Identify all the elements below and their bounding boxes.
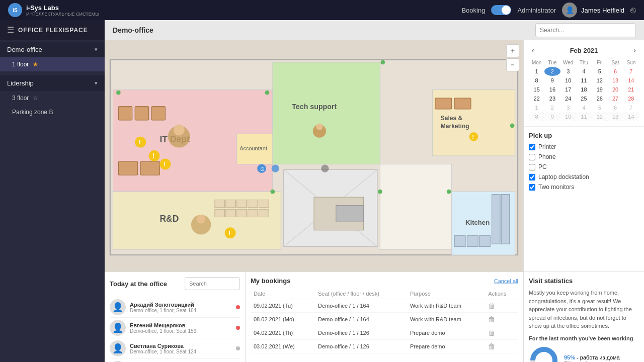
calendar-day[interactable]: 3 (560, 103, 576, 112)
bookings-column-header: Purpose (407, 289, 485, 299)
svg-rect-51 (479, 236, 490, 247)
calendar-day[interactable]: 1 (529, 103, 544, 112)
calendar-day[interactable]: 7 (623, 67, 639, 76)
sidebar-item-3floor[interactable]: 3 floor ☆ (0, 91, 105, 105)
calendar-day[interactable]: 25 (576, 94, 592, 103)
calendar-day[interactable]: 14 (623, 112, 639, 121)
calendar-day[interactable]: 9 (544, 76, 560, 85)
cancel-all-button[interactable]: Cancel all (494, 278, 518, 284)
pickup-checkbox-0[interactable] (529, 144, 535, 150)
calendar-day[interactable]: 24 (560, 94, 576, 103)
person-row[interactable]: 👤Василий ПоляковDemo-office, 1 floor, Se… (110, 359, 240, 362)
svg-rect-32 (237, 200, 247, 208)
calendar-day[interactable]: 4 (576, 67, 592, 76)
calendar-day[interactable]: 14 (623, 76, 639, 85)
calendar-day[interactable]: 23 (544, 94, 560, 103)
calendar-day[interactable]: 19 (592, 85, 607, 94)
calendar-day[interactable]: 22 (529, 94, 544, 103)
zoom-out-button[interactable]: － (506, 58, 519, 71)
person-info: Светлана СуриковаDemo-office, 1 floor, S… (130, 343, 232, 354)
calendar-day[interactable]: 21 (623, 85, 639, 94)
sidebar-header[interactable]: ☰ OFFICE FLEXISPACE (0, 20, 105, 40)
calendar-day[interactable]: 18 (576, 85, 592, 94)
sidebar-title: OFFICE FLEXISPACE (18, 27, 88, 34)
pickup-label: Phone (538, 153, 556, 160)
table-cell: Demo-office / 1 / 126 (315, 326, 407, 340)
stats-bottom: 95% - работа из дома 5% - в офисе (529, 345, 639, 363)
calendar-day[interactable]: 10 (560, 112, 576, 121)
calendar-day[interactable]: 6 (607, 67, 623, 76)
calendar-day[interactable]: 11 (576, 76, 592, 85)
delete-booking-button[interactable]: 🗑 (488, 342, 495, 350)
calendar-day[interactable]: 13 (607, 112, 623, 121)
calendar-day[interactable]: 15 (529, 85, 544, 94)
calendar-day[interactable]: 6 (607, 103, 623, 112)
sidebar-item-1floor[interactable]: 1 floor ★ (0, 57, 105, 71)
calendar-day[interactable]: 13 (607, 76, 623, 85)
sidebar-item-parking[interactable]: Parking zone B (0, 105, 105, 119)
actions-cell: 🗑 (485, 313, 518, 326)
calendar-day[interactable]: 5 (592, 67, 607, 76)
pickup-checkbox-3[interactable] (529, 174, 535, 180)
today-title: Today at the office (110, 280, 167, 288)
svg-rect-63 (435, 98, 452, 109)
person-row[interactable]: 👤Евгений МещеряковDemo-office, 1 floor, … (110, 318, 240, 338)
actions-cell: 🗑 (485, 340, 518, 353)
calendar-day[interactable]: 28 (623, 94, 639, 103)
content-topbar: Demo-office (105, 20, 644, 40)
delete-booking-button[interactable]: 🗑 (488, 329, 495, 337)
calendar-day[interactable]: 3 (560, 67, 576, 76)
calendar-day[interactable]: 17 (560, 85, 576, 94)
pickup-checkbox-2[interactable] (529, 164, 535, 170)
stats-labels: 95% - работа из дома 5% - в офисе (564, 354, 620, 363)
floor-plan[interactable]: ＋ － IT Dept Tech support Accountant (105, 40, 523, 272)
pickup-checkbox-4[interactable] (529, 184, 535, 191)
calendar-day[interactable]: 27 (607, 94, 623, 103)
svg-text:Accountant: Accountant (239, 145, 267, 151)
person-row[interactable]: 👤Светлана СуриковаDemo-office, 1 floor, … (110, 338, 240, 359)
pickup-label: Two monitors (538, 184, 574, 191)
zoom-in-button[interactable]: ＋ (506, 44, 519, 57)
delete-booking-button[interactable]: 🗑 (488, 302, 495, 310)
calendar-next-button[interactable]: › (630, 45, 639, 55)
calendar-day[interactable]: 4 (576, 103, 592, 112)
actions-cell: 🗑 (485, 326, 518, 340)
calendar-prev-button[interactable]: ‹ (529, 45, 537, 55)
calendar-day[interactable]: 9 (544, 112, 560, 121)
calendar-day[interactable]: 10 (560, 76, 576, 85)
calendar-day[interactable]: 7 (623, 103, 639, 112)
svg-text:Marketing: Marketing (441, 123, 469, 130)
booking-label: Booking (461, 7, 485, 14)
calendar-day[interactable]: 20 (607, 85, 623, 94)
person-row[interactable]: 👤Аркадий ЗолотовицкийDemo-office, 1 floo… (110, 297, 240, 318)
logout-icon[interactable]: ⎋ (630, 5, 636, 16)
calendar-day[interactable]: 5 (592, 103, 607, 112)
calendar-day[interactable]: 8 (529, 76, 544, 85)
table-cell: 08.02.2021 (Mo) (251, 313, 315, 326)
calendar-day[interactable]: 11 (576, 112, 592, 121)
table-cell: Prepare demo (407, 326, 485, 340)
calendar-day[interactable]: 16 (544, 85, 560, 94)
calendar-day[interactable]: 2 (544, 67, 560, 76)
svg-text:Kitchen: Kitchen (465, 219, 490, 226)
sidebar-section-header-lidership[interactable]: Lidership ▾ (0, 75, 105, 91)
calendar-day[interactable]: 2 (544, 103, 560, 112)
pickup-item: Phone (529, 153, 639, 160)
calendar-day[interactable]: 12 (592, 112, 607, 121)
calendar-day[interactable]: 12 (592, 76, 607, 85)
svg-point-62 (510, 123, 515, 128)
svg-text:!: ! (472, 134, 474, 140)
calendar-day[interactable]: 1 (529, 67, 544, 76)
calendar-month: Feb 2021 (570, 47, 598, 54)
delete-booking-button[interactable]: 🗑 (488, 315, 495, 323)
pickup-checkbox-1[interactable] (529, 154, 535, 160)
person-desk: Demo-office, 1 floor, Seat 164 (130, 308, 232, 313)
svg-rect-37 (237, 209, 247, 217)
calendar-day[interactable]: 26 (592, 94, 607, 103)
search-input[interactable] (535, 23, 636, 37)
calendar-day-header: Mon (529, 58, 544, 67)
sidebar-section-header-demo-office[interactable]: Demo-office ▾ (0, 42, 105, 57)
calendar-day[interactable]: 8 (529, 112, 544, 121)
today-search-input[interactable] (185, 277, 240, 290)
booking-toggle[interactable] (491, 5, 511, 15)
